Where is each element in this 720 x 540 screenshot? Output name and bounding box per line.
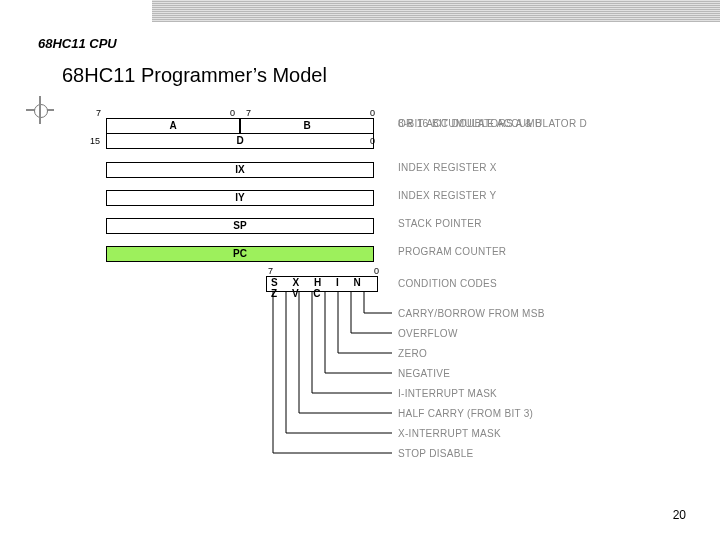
title-bar-decor	[152, 0, 720, 22]
slide: 68HC11 CPU 68HC11 Programmer’s Model A B…	[0, 0, 720, 540]
register-diagram: A B 7 0 7 0 D 15 0 IX IY SP PC 8-BIT ACC…	[78, 118, 678, 498]
bit-a-hi: 7	[96, 108, 101, 118]
slide-title: 68HC11 Programmer’s Model	[62, 64, 327, 87]
bit-b-lo: 0	[370, 108, 375, 118]
bullet-ornament	[26, 96, 54, 124]
section-label: 68HC11 CPU	[38, 36, 117, 51]
page-number: 20	[673, 508, 686, 522]
ccr-wires	[78, 118, 678, 478]
bit-a-lo: 0	[230, 108, 235, 118]
bit-b-hi: 7	[246, 108, 251, 118]
